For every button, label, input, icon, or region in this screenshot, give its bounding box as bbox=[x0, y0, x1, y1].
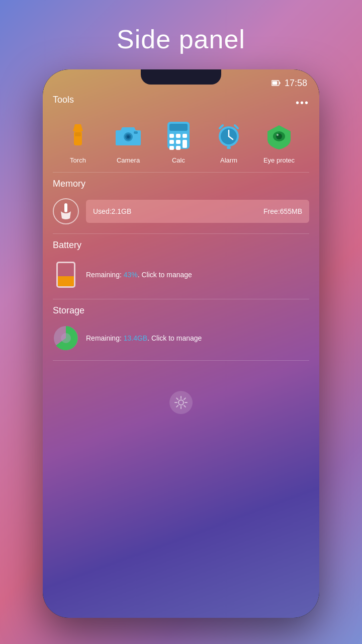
settings-button[interactable] bbox=[169, 391, 193, 414]
tool-torch[interactable]: Torch bbox=[53, 117, 103, 164]
storage-remaining-value: 13.4GB bbox=[124, 334, 147, 342]
battery-info: Remaining: 43%. Click to manage bbox=[86, 270, 192, 280]
svg-rect-14 bbox=[183, 134, 187, 138]
battery-status-icon bbox=[272, 79, 281, 87]
tool-calc[interactable]: Calc bbox=[153, 117, 204, 164]
storage-remaining-suffix: . Click to manage bbox=[147, 334, 202, 342]
svg-rect-9 bbox=[134, 131, 138, 134]
svg-rect-13 bbox=[176, 134, 180, 138]
eye-protect-icon bbox=[264, 120, 294, 150]
storage-section: Storage Remaining: 13.4GB. Click to mana… bbox=[53, 305, 309, 356]
battery-fill bbox=[58, 276, 74, 286]
battery-remaining-prefix: Remaining: bbox=[86, 271, 124, 279]
eye-icon-wrap bbox=[261, 117, 297, 153]
phone-notch bbox=[141, 69, 221, 85]
eye-protect-label: Eye protec bbox=[263, 156, 295, 164]
svg-rect-18 bbox=[169, 146, 174, 150]
svg-rect-19 bbox=[176, 146, 180, 150]
status-icons bbox=[272, 79, 281, 87]
camera-icon bbox=[114, 123, 143, 147]
memory-row[interactable]: Used:2.1GB Free:655MB bbox=[53, 195, 309, 229]
torch-icon bbox=[67, 120, 89, 150]
memory-used: Used:2.1GB bbox=[93, 207, 131, 215]
phone-frame: 17:58 Tools ••• To bbox=[43, 69, 319, 618]
calc-icon-wrap bbox=[160, 117, 197, 153]
panel-content: Tools ••• Torch bbox=[43, 91, 319, 424]
svg-point-32 bbox=[61, 333, 71, 343]
storage-row[interactable]: Remaining: 13.4GB. Click to manage bbox=[53, 322, 309, 356]
storage-divider bbox=[53, 360, 309, 361]
svg-rect-30 bbox=[64, 203, 67, 212]
tool-eye-protect[interactable]: Eye protec bbox=[254, 117, 304, 164]
alarm-icon-wrap bbox=[211, 117, 247, 153]
memory-section: Memory Used:2.1GB Free:655MB bbox=[53, 179, 309, 229]
svg-line-25 bbox=[235, 125, 238, 128]
battery-section: Battery Remaining: 43%. Click to manage bbox=[53, 240, 309, 295]
storage-info: Remaining: 13.4GB. Click to manage bbox=[86, 334, 202, 342]
storage-pie-icon bbox=[53, 325, 79, 351]
battery-outer bbox=[56, 262, 75, 288]
tool-camera[interactable]: Camera bbox=[103, 117, 153, 164]
svg-point-33 bbox=[178, 400, 184, 405]
memory-bar: Used:2.1GB Free:655MB bbox=[86, 200, 309, 223]
page-title: Side panel bbox=[117, 24, 245, 54]
broom-icon bbox=[59, 203, 73, 219]
svg-rect-26 bbox=[227, 146, 231, 149]
battery-section-title: Battery bbox=[53, 240, 309, 251]
battery-icon-large bbox=[53, 260, 79, 290]
svg-rect-15 bbox=[169, 140, 174, 144]
battery-divider bbox=[53, 299, 309, 299]
svg-point-8 bbox=[127, 135, 130, 138]
svg-rect-1 bbox=[272, 82, 277, 85]
svg-rect-16 bbox=[176, 140, 180, 144]
svg-line-40 bbox=[184, 398, 186, 399]
battery-remaining-suffix: . Click to manage bbox=[138, 271, 192, 279]
bottom-gear-area bbox=[53, 391, 309, 414]
svg-marker-3 bbox=[73, 124, 83, 131]
phone-screen: 17:58 Tools ••• To bbox=[43, 69, 319, 618]
tools-more-button[interactable]: ••• bbox=[296, 97, 309, 109]
tools-divider bbox=[53, 172, 309, 173]
torch-icon-wrap bbox=[60, 117, 96, 153]
memory-divider bbox=[53, 233, 309, 234]
camera-icon-wrap bbox=[110, 117, 146, 153]
camera-label: Camera bbox=[117, 156, 140, 164]
calculator-icon bbox=[165, 121, 192, 150]
alarm-icon bbox=[215, 120, 243, 150]
status-time: 17:58 bbox=[285, 78, 307, 89]
svg-line-24 bbox=[220, 125, 223, 128]
torch-label: Torch bbox=[70, 156, 86, 164]
svg-line-38 bbox=[176, 398, 178, 399]
memory-section-title: Memory bbox=[53, 179, 309, 189]
memory-icon bbox=[53, 198, 79, 224]
svg-rect-5 bbox=[75, 132, 81, 136]
svg-line-39 bbox=[184, 406, 186, 407]
svg-point-29 bbox=[277, 134, 279, 136]
settings-gear-icon bbox=[174, 396, 188, 409]
alarm-label: Alarm bbox=[220, 156, 237, 164]
memory-free: Free:655MB bbox=[263, 207, 302, 215]
storage-icon bbox=[53, 325, 79, 351]
tools-header: Tools ••• bbox=[53, 95, 309, 111]
calc-label: Calc bbox=[172, 156, 185, 164]
svg-rect-17 bbox=[183, 140, 187, 148]
svg-rect-2 bbox=[279, 82, 280, 84]
tools-grid: Torch Camera bbox=[53, 117, 309, 164]
svg-line-41 bbox=[176, 406, 178, 407]
storage-remaining-prefix: Remaining: bbox=[86, 334, 124, 342]
battery-row[interactable]: Remaining: 43%. Click to manage bbox=[53, 257, 309, 295]
storage-section-title: Storage bbox=[53, 305, 309, 316]
svg-rect-12 bbox=[169, 134, 174, 138]
tool-alarm[interactable]: Alarm bbox=[204, 117, 254, 164]
tools-section-title: Tools bbox=[53, 95, 74, 105]
battery-remaining-value: 43% bbox=[124, 271, 138, 279]
svg-rect-11 bbox=[169, 124, 188, 131]
